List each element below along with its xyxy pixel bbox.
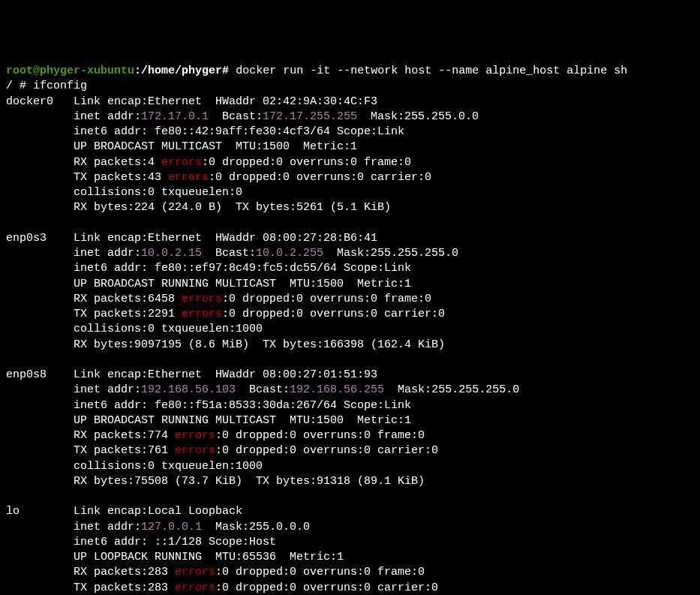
iface-docker0: docker0 Link encap:Ethernet HWaddr 02:42… bbox=[6, 95, 479, 215]
container-prompt: / # bbox=[6, 80, 33, 92]
iface-enp0s8: enp0s8 Link encap:Ethernet HWaddr 08:00:… bbox=[6, 368, 519, 488]
iface-enp0s3: enp0s3 Link encap:Ethernet HWaddr 08:00:… bbox=[6, 232, 458, 351]
terminal-output[interactable]: root@phyger-xubuntu:/home/phyger# docker… bbox=[6, 64, 694, 595]
command-line: docker run -it --network host --name alp… bbox=[236, 65, 627, 77]
shell-prompt: root@phyger-xubuntu:/home/phyger# bbox=[6, 65, 236, 77]
ifconfig-command: ifconfig bbox=[33, 80, 87, 92]
iface-lo: lo Link encap:Local Loopback inet addr:1… bbox=[6, 505, 438, 595]
